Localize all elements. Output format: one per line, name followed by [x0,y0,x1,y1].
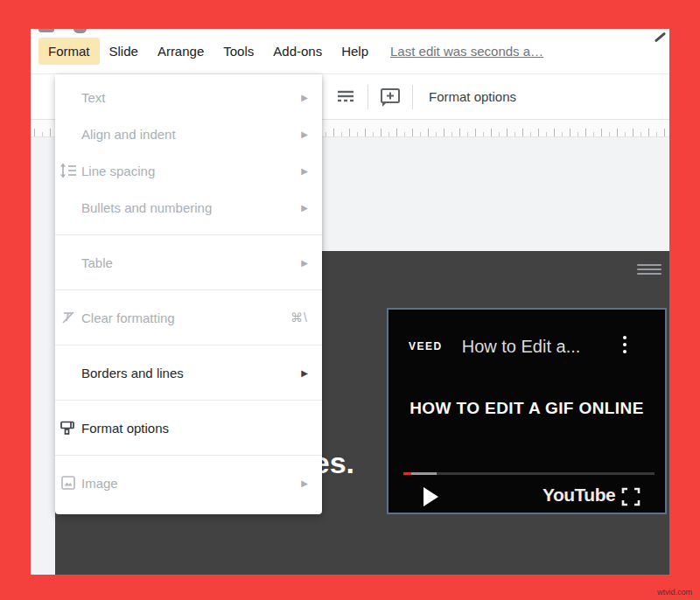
menu-item-line-spacing: Line spacing ▶ [55,152,322,189]
menu-addons[interactable]: Add-ons [263,38,332,65]
video-header: VEED How to Edit a... [388,334,665,359]
video-progress-bar[interactable] [403,472,654,475]
toolbar-divider [368,85,368,109]
format-dropdown-menu: Text ▶ Align and indent ▶ [55,74,322,514]
clear-formatting-icon [58,310,79,325]
paint-roller-icon [58,420,79,436]
image-icon [58,475,79,491]
toolbar-divider [412,85,413,109]
progress-played [403,472,411,475]
menu-divider [55,234,322,235]
menu-divider [55,400,322,401]
play-button[interactable] [424,487,438,506]
channel-logo: VEED [409,340,443,352]
drag-handle-icon[interactable] [637,264,662,275]
kebab-menu-icon[interactable] [623,336,626,353]
pencil-icon [654,32,666,43]
menu-divider [55,290,322,290]
menu-item-bullets-and-numbering: Bullets and numbering ▶ [55,189,322,226]
menu-slide[interactable]: Slide [100,38,148,65]
menu-item-align-and-indent: Align and indent ▶ [55,115,322,152]
line-spacing-icon [58,163,79,178]
video-controls: YouTube [388,485,665,511]
menu-item-text: Text ▶ [55,79,322,115]
video-title[interactable]: How to Edit a... [462,337,581,357]
last-edit-link[interactable]: Last edit was seconds a… [390,44,543,59]
submenu-arrow-icon: ▶ [301,478,308,488]
submenu-arrow-icon: ▶ [301,368,308,378]
menu-arrange[interactable]: Arrange [148,38,214,65]
menu-divider [55,345,322,345]
video-caption: HOW TO EDIT A GIF ONLINE [388,399,665,418]
menu-item-table: Table ▶ [55,244,322,281]
youtube-logo[interactable]: YouTube [542,485,615,506]
menu-divider [55,455,322,456]
submenu-arrow-icon: ▶ [301,129,308,139]
menu-item-format-options[interactable]: Format options [55,409,322,446]
menu-bar: Format Slide Arrange Tools Add-ons Help … [31,29,669,74]
submenu-arrow-icon: ▶ [301,93,308,102]
menu-help[interactable]: Help [332,38,378,65]
line-dash-icon[interactable] [331,82,360,112]
toolbar-icon-fragment [38,29,54,32]
submenu-arrow-icon: ▶ [301,166,308,176]
menu-item-image: Image ▶ [55,464,322,501]
menu-item-clear-formatting: Clear formatting ⌘\ [55,299,322,336]
add-comment-icon[interactable] [375,82,405,112]
menu-item-borders-and-lines[interactable]: Borders and lines ▶ [55,354,322,391]
submenu-arrow-icon: ▶ [301,203,308,213]
menu-tools[interactable]: Tools [214,38,263,65]
watermark: wtvid.com [657,588,692,597]
progress-buffered [411,472,437,475]
submenu-arrow-icon: ▶ [301,258,308,268]
toolbar-icon-fragment [74,29,87,33]
menu-shortcut: ⌘\ [290,310,308,324]
menu-format[interactable]: Format [38,38,100,65]
app-window: Format Slide Arrange Tools Add-ons Help … [31,29,669,575]
format-options-button[interactable]: Format options [429,89,516,104]
youtube-video-embed[interactable]: VEED How to Edit a... HOW TO EDIT A GIF … [387,308,667,514]
fullscreen-icon[interactable] [620,485,642,512]
